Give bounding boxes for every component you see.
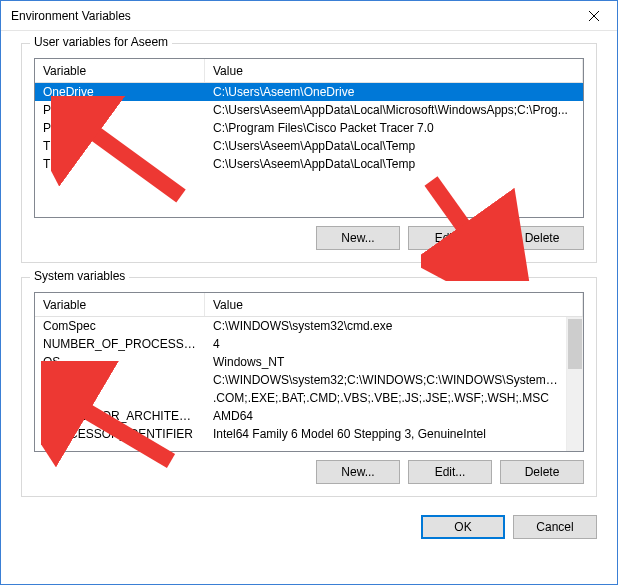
user-variables-list[interactable]: Variable Value OneDriveC:\Users\Aseem\On… <box>34 58 584 218</box>
system-list-header: Variable Value <box>35 293 583 317</box>
cell-variable: PATHEXT <box>35 391 205 405</box>
table-row[interactable]: OSWindows_NT <box>35 353 583 371</box>
cell-value: C:\Users\Aseem\AppData\Local\Microsoft\W… <box>205 103 583 117</box>
cell-value: Windows_NT <box>205 355 566 369</box>
user-new-button[interactable]: New... <box>316 226 400 250</box>
scrollbar[interactable] <box>566 317 583 451</box>
table-row[interactable]: PT7HOMEC:\Program Files\Cisco Packet Tra… <box>35 119 583 137</box>
table-row[interactable]: ComSpecC:\WINDOWS\system32\cmd.exe <box>35 317 583 335</box>
close-icon <box>589 11 599 21</box>
cell-variable: OS <box>35 355 205 369</box>
user-delete-button[interactable]: Delete <box>500 226 584 250</box>
dialog-button-row: OK Cancel <box>21 511 597 543</box>
table-row[interactable]: NUMBER_OF_PROCESSORS4 <box>35 335 583 353</box>
cell-value: C:\WINDOWS\system32\cmd.exe <box>205 319 566 333</box>
system-group-label: System variables <box>30 269 129 283</box>
window-title: Environment Variables <box>11 9 571 23</box>
cell-value: C:\WINDOWS\system32;C:\WINDOWS;C:\WINDOW… <box>205 373 566 387</box>
system-variables-group: System variables Variable Value ComSpecC… <box>21 277 597 497</box>
environment-variables-dialog: Environment Variables User variables for… <box>0 0 618 585</box>
close-button[interactable] <box>571 1 617 30</box>
table-row[interactable]: TMPC:\Users\Aseem\AppData\Local\Temp <box>35 155 583 173</box>
column-header-variable[interactable]: Variable <box>35 293 205 316</box>
cell-variable: OneDrive <box>35 85 205 99</box>
system-edit-button[interactable]: Edit... <box>408 460 492 484</box>
cell-variable: PROCESSOR_ARCHITECTURE <box>35 409 205 423</box>
system-button-row: New... Edit... Delete <box>34 460 584 484</box>
cell-value: C:\Program Files\Cisco Packet Tracer 7.0 <box>205 121 583 135</box>
user-edit-button[interactable]: Edit... <box>408 226 492 250</box>
cell-value: C:\Users\Aseem\OneDrive <box>205 85 583 99</box>
cell-value: AMD64 <box>205 409 566 423</box>
cell-variable: NUMBER_OF_PROCESSORS <box>35 337 205 351</box>
system-list-body: ComSpecC:\WINDOWS\system32\cmd.exeNUMBER… <box>35 317 583 451</box>
column-header-value[interactable]: Value <box>205 293 583 316</box>
cell-value: Intel64 Family 6 Model 60 Stepping 3, Ge… <box>205 427 566 441</box>
user-group-label: User variables for Aseem <box>30 35 172 49</box>
content-area: User variables for Aseem Variable Value … <box>1 31 617 584</box>
system-variables-list[interactable]: Variable Value ComSpecC:\WINDOWS\system3… <box>34 292 584 452</box>
system-new-button[interactable]: New... <box>316 460 400 484</box>
table-row[interactable]: PathC:\WINDOWS\system32;C:\WINDOWS;C:\WI… <box>35 371 583 389</box>
cell-value: C:\Users\Aseem\AppData\Local\Temp <box>205 157 583 171</box>
cell-variable: PROCESSOR_IDENTIFIER <box>35 427 205 441</box>
cell-variable: TEMP <box>35 139 205 153</box>
column-header-variable[interactable]: Variable <box>35 59 205 82</box>
table-row[interactable]: PathC:\Users\Aseem\AppData\Local\Microso… <box>35 101 583 119</box>
user-variables-group: User variables for Aseem Variable Value … <box>21 43 597 263</box>
table-row[interactable]: PATHEXT.COM;.EXE;.BAT;.CMD;.VBS;.VBE;.JS… <box>35 389 583 407</box>
table-row[interactable]: OneDriveC:\Users\Aseem\OneDrive <box>35 83 583 101</box>
cell-variable: PT7HOME <box>35 121 205 135</box>
cell-variable: TMP <box>35 157 205 171</box>
cancel-button[interactable]: Cancel <box>513 515 597 539</box>
cell-variable: Path <box>35 373 205 387</box>
titlebar: Environment Variables <box>1 1 617 31</box>
user-button-row: New... Edit... Delete <box>34 226 584 250</box>
cell-variable: Path <box>35 103 205 117</box>
cell-value: .COM;.EXE;.BAT;.CMD;.VBS;.VBE;.JS;.JSE;.… <box>205 391 566 405</box>
cell-value: 4 <box>205 337 566 351</box>
user-list-header: Variable Value <box>35 59 583 83</box>
scrollbar-thumb[interactable] <box>568 319 582 369</box>
ok-button[interactable]: OK <box>421 515 505 539</box>
table-row[interactable]: PROCESSOR_IDENTIFIERIntel64 Family 6 Mod… <box>35 425 583 443</box>
user-list-body: OneDriveC:\Users\Aseem\OneDrivePathC:\Us… <box>35 83 583 217</box>
table-row[interactable]: TEMPC:\Users\Aseem\AppData\Local\Temp <box>35 137 583 155</box>
table-row[interactable]: PROCESSOR_ARCHITECTUREAMD64 <box>35 407 583 425</box>
cell-variable: ComSpec <box>35 319 205 333</box>
system-delete-button[interactable]: Delete <box>500 460 584 484</box>
cell-value: C:\Users\Aseem\AppData\Local\Temp <box>205 139 583 153</box>
column-header-value[interactable]: Value <box>205 59 583 82</box>
